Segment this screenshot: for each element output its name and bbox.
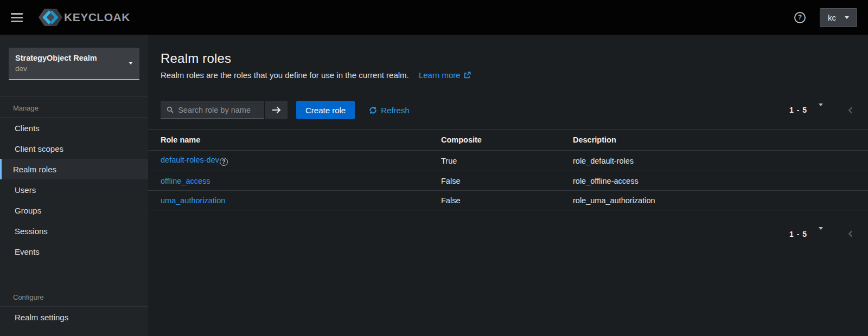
sidebar-section-configure: Configure [0,286,148,306]
composite-cell: False [429,191,560,210]
composite-cell: True [429,151,560,171]
help-icon[interactable]: ? [220,158,228,166]
learn-more-label: Learn more [419,70,461,80]
refresh-label: Refresh [381,106,410,115]
column-header-composite: Composite [429,130,560,151]
chevron-down-icon [129,62,133,64]
role-name-cell: uma_authorization [148,191,429,210]
hamburger-menu-icon[interactable] [11,13,23,22]
pagination-bottom: 1 - 5 [148,228,868,240]
search-input[interactable] [178,106,260,114]
chevron-down-icon [819,227,823,238]
sidebar-item-groups[interactable]: Groups [0,200,148,221]
search-icon [167,106,174,114]
realm-name: StrategyObject Realm [15,53,123,63]
pagination-options-toggle[interactable] [816,228,825,240]
sidebar: StrategyObject Realm dev Manage ClientsC… [0,35,148,336]
main-content: Realm roles Realm roles are the roles th… [148,35,868,336]
refresh-icon [369,106,377,114]
learn-more-link[interactable]: Learn more [419,70,471,80]
column-header-role-name: Role name [148,130,429,151]
realm-selector-dropdown[interactable]: StrategyObject Realm dev [9,48,139,80]
sidebar-item-client-scopes[interactable]: Client scopes [0,138,148,159]
chevron-left-icon [848,230,855,237]
sidebar-section-manage: Manage [0,96,148,117]
sidebar-configure-list: Realm settings [0,307,148,327]
column-header-description: Description [560,130,868,151]
external-link-icon [463,72,471,79]
create-role-button[interactable]: Create role [296,101,355,119]
sidebar-item-clients[interactable]: Clients [0,118,148,138]
page-title: Realm roles [161,51,855,66]
search-group [161,101,288,119]
realm-environment: dev [15,64,123,74]
sidebar-item-realm-roles[interactable]: Realm roles [0,159,148,179]
composite-cell: False [429,171,560,191]
top-bar: KEYCLOAK ? kc [0,0,868,35]
role-name-cell: offline_access [148,171,429,191]
roles-table: Role nameCompositeDescription default-ro… [148,129,868,210]
arrow-right-icon [272,106,281,114]
pagination-prev-button[interactable] [848,230,855,237]
brand-text: KEYCLOAK [64,11,130,24]
description-cell: role_offline-access [560,171,868,191]
pagination-options-toggle[interactable] [816,104,825,117]
keycloak-logo-icon [38,7,63,28]
user-menu-label: kc [828,13,836,22]
sidebar-item-users[interactable]: Users [0,179,148,200]
toolbar: Create role Refresh 1 - 5 [148,101,868,119]
page-description: Realm roles are the roles that you defin… [161,70,855,80]
user-menu-dropdown[interactable]: kc [820,8,857,27]
help-icon[interactable]: ? [794,12,806,23]
page-description-text: Realm roles are the roles that you defin… [161,70,409,80]
search-submit-button[interactable] [264,101,288,119]
table-header-row: Role nameCompositeDescription [148,130,868,151]
keycloak-logo: KEYCLOAK [38,7,130,28]
description-cell: role_default-roles [560,151,868,171]
table-row: uma_authorizationFalserole_uma_authoriza… [148,191,868,210]
role-link[interactable]: default-roles-dev [161,156,219,164]
sidebar-item-realm-settings[interactable]: Realm settings [0,307,148,327]
pagination-prev-button[interactable] [848,107,855,114]
refresh-button[interactable]: Refresh [369,106,410,115]
chevron-left-icon [848,107,855,114]
role-link[interactable]: uma_authorization [161,196,225,205]
sidebar-item-sessions[interactable]: Sessions [0,221,148,241]
sidebar-manage-list: ClientsClient scopesRealm rolesUsersGrou… [0,118,148,262]
chevron-down-icon [845,16,849,19]
sidebar-item-events[interactable]: Events [0,241,148,262]
pagination-range: 1 - 5 [789,230,807,238]
pagination-range: 1 - 5 [789,106,807,114]
role-name-cell: default-roles-dev? [148,151,429,171]
table-row: offline_accessFalserole_offline-access [148,171,868,191]
chevron-down-icon [819,104,823,114]
role-link[interactable]: offline_access [161,177,210,185]
description-cell: role_uma_authorization [560,191,868,210]
table-row: default-roles-dev?Truerole_default-roles [148,151,868,171]
pagination-top: 1 - 5 [789,104,855,117]
